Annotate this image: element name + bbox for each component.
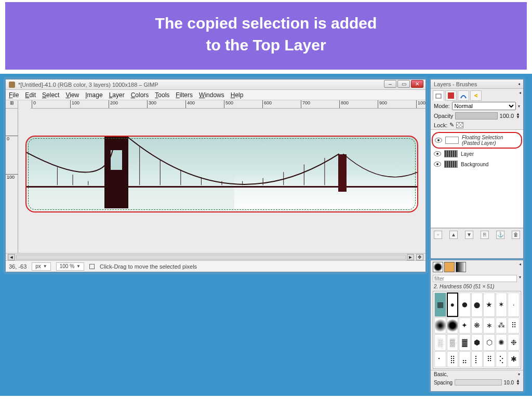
layer-row-floating-selection[interactable]: Floating Selection (Pasted Layer) (432, 132, 522, 149)
brush-item[interactable] (434, 317, 446, 334)
brush-tab-menu-icon[interactable]: ◂ (519, 262, 521, 272)
editor-titlebar[interactable]: *[Untitled]-41.0 (RGB color, 3 layers) 1… (6, 79, 425, 90)
tab-menu-icon[interactable]: ◂ (519, 90, 521, 101)
category-dropdown-icon[interactable]: ▾ (518, 372, 520, 377)
spacing-slider[interactable] (455, 379, 501, 385)
brush-swatch-current[interactable] (433, 262, 443, 272)
pattern-swatch[interactable] (444, 262, 455, 272)
menu-windows[interactable]: Windows (199, 91, 224, 99)
brush-grid[interactable]: ▦ ● ● ● ★ ✶ · ✦ ❋ ∗ ⁂ ⠿ ░ ▒ ▓ ⬢ ⬡ ✺ ❉ (433, 291, 521, 369)
brush-item[interactable]: ▒ (447, 334, 459, 351)
layer-row-background[interactable]: Background (432, 159, 522, 169)
menu-colors[interactable]: Colors (131, 91, 149, 99)
menu-file[interactable]: File (9, 91, 19, 99)
menu-filters[interactable]: Filters (176, 91, 193, 99)
brush-item[interactable]: · (508, 292, 520, 317)
brush-item[interactable]: ✶ (496, 292, 508, 317)
opacity-stepper[interactable]: ▲▼ (516, 113, 520, 119)
opacity-row: Opacity 100.0 ▲▼ (431, 111, 523, 121)
tab-channels-icon[interactable] (445, 90, 457, 101)
brush-category-row[interactable]: Basic, ▾ (431, 370, 523, 378)
lock-alpha-icon[interactable] (456, 122, 463, 128)
brush-item[interactable]: ● (471, 292, 483, 317)
brush-item[interactable]: ⢕ (496, 351, 508, 368)
maximize-button[interactable]: ▭ (397, 80, 410, 88)
brush-item[interactable]: ● (459, 292, 471, 317)
menu-edit[interactable]: Edit (25, 91, 36, 99)
ruler-vertical[interactable]: 0 100 (6, 109, 18, 253)
gradient-swatch[interactable] (456, 262, 466, 272)
duplicate-layer-button[interactable]: ⎘ (481, 231, 489, 239)
brush-filter-input[interactable] (433, 275, 517, 282)
brush-item[interactable]: ⠿ (508, 317, 520, 334)
scroll-right-button[interactable]: ► (407, 254, 414, 260)
pasted-image-floating-selection[interactable] (25, 136, 418, 212)
brush-item[interactable]: ⠂ (434, 351, 446, 368)
scroll-thumb[interactable] (17, 255, 405, 259)
filter-dropdown-icon[interactable]: ▾ (519, 275, 521, 282)
tab-undo-icon[interactable] (470, 90, 482, 101)
brush-item[interactable]: ⡇ (471, 351, 483, 368)
brush-item[interactable]: ∗ (483, 317, 495, 334)
menu-tools[interactable]: Tools (155, 91, 169, 99)
brushes-panel: ◂ ▾ 2. Hardness 050 (51 × 51) ▦ ● ● ● ★ … (430, 260, 524, 392)
ruler-horizontal[interactable]: 0 100 200 300 400 500 600 700 800 900 10… (31, 100, 425, 109)
tab-layers-icon[interactable] (433, 90, 444, 101)
brush-item[interactable]: ⣿ (447, 351, 459, 368)
canvas[interactable] (18, 109, 425, 253)
blend-mode-select[interactable]: Normal (452, 102, 516, 110)
spacing-stepper[interactable]: ▲▼ (516, 379, 520, 385)
brush-item[interactable] (447, 317, 459, 334)
menu-layer[interactable]: Layer (109, 91, 125, 99)
layer-subname: (Pasted Layer) (462, 140, 503, 146)
brush-item[interactable]: ❉ (508, 334, 520, 351)
mode-dropdown-icon[interactable]: ▾ (518, 104, 520, 109)
bridge-cables (26, 137, 417, 211)
lower-layer-button[interactable]: ▼ (465, 231, 473, 239)
layer-row-layer[interactable]: Layer (432, 149, 522, 159)
menu-view[interactable]: View (65, 91, 79, 99)
panel-menu-icon[interactable]: ◂ (518, 82, 520, 86)
brush-item[interactable]: ▦ (434, 292, 446, 317)
brush-item[interactable]: ★ (483, 292, 495, 317)
brush-item[interactable]: ⬡ (483, 334, 495, 351)
new-layer-button[interactable]: ▫ (434, 231, 442, 239)
anchor-layer-button[interactable]: ⚓ (496, 231, 504, 239)
layer-name: Layer (461, 151, 474, 157)
toggle-icon[interactable] (89, 264, 95, 269)
raise-layer-button[interactable]: ▲ (449, 231, 458, 239)
menu-select[interactable]: Select (42, 91, 59, 99)
layer-list[interactable]: Floating Selection (Pasted Layer) Layer … (431, 129, 523, 228)
brush-item-selected[interactable]: ● (447, 292, 459, 317)
tab-paths-icon[interactable] (458, 90, 469, 101)
banner-line-2: to the Top Layer (10, 34, 522, 56)
minimize-button[interactable]: – (384, 80, 396, 88)
zoom-selector[interactable]: 100 %▼ (56, 262, 84, 271)
menu-image[interactable]: Image (85, 91, 102, 99)
opacity-slider[interactable] (455, 112, 497, 119)
unit-selector[interactable]: px▼ (32, 262, 50, 271)
brush-item[interactable]: ▓ (459, 334, 471, 351)
brush-item[interactable]: ⁂ (496, 317, 508, 334)
lock-pixels-icon[interactable]: ✎ (449, 122, 454, 128)
brush-item[interactable]: ✺ (496, 334, 508, 351)
brush-item[interactable]: ⠿ (483, 351, 495, 368)
brush-item[interactable]: ░ (434, 334, 446, 351)
delete-layer-button[interactable]: 🗑 (512, 231, 520, 239)
horizontal-scrollbar[interactable]: ◄ ► ✥ (6, 253, 425, 260)
scroll-track[interactable] (16, 255, 406, 260)
scroll-left-button[interactable]: ◄ (8, 254, 15, 260)
layers-panel-title[interactable]: Layers - Brushes ◂ (431, 79, 523, 89)
close-button[interactable]: ✕ (411, 80, 423, 88)
brush-item[interactable]: ⣤ (459, 351, 471, 368)
brush-item[interactable]: ✱ (508, 351, 520, 368)
visibility-toggle-icon[interactable] (435, 138, 442, 143)
visibility-toggle-icon[interactable] (434, 151, 441, 156)
ruler-origin-toggle[interactable]: ⊞ (6, 100, 18, 109)
navigate-icon[interactable]: ✥ (416, 254, 423, 260)
brush-item[interactable]: ❋ (471, 317, 483, 334)
brush-item[interactable]: ⬢ (471, 334, 483, 351)
brush-item[interactable]: ✦ (459, 317, 471, 334)
menu-help[interactable]: Help (231, 91, 244, 99)
visibility-toggle-icon[interactable] (434, 162, 441, 167)
